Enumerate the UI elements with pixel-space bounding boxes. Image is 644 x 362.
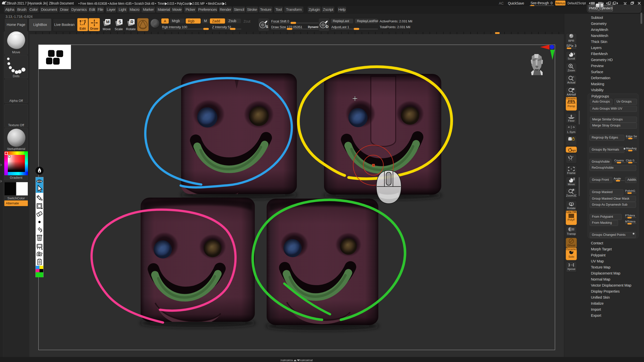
svg-text:y: y (572, 155, 573, 158)
svg-text:S: S (266, 24, 268, 29)
svg-text:D: D (326, 24, 329, 29)
svg-text:S: S (118, 20, 121, 24)
svg-text:M: M (106, 20, 109, 24)
svg-text:x1: x1 (572, 76, 574, 78)
svg-text:R: R (130, 20, 133, 24)
svg-text:xyz: xyz (571, 149, 576, 152)
